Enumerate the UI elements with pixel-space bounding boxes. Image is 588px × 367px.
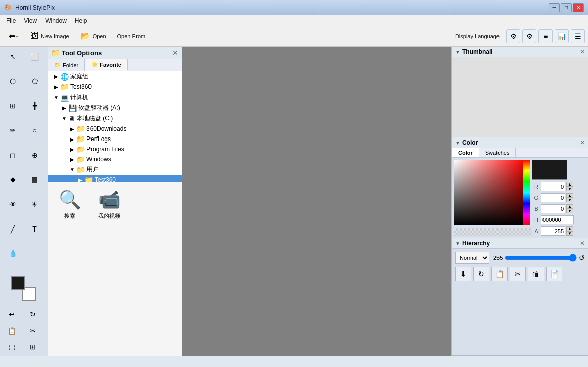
tree-item-360downloads[interactable]: ▶ 📁 360Downloads [48, 124, 182, 134]
hier-new-layer-btn[interactable]: ⬇ [455, 267, 471, 281]
toolbar-icon-1[interactable]: ⚙ [522, 29, 536, 43]
pencil-tool[interactable]: ✏ [2, 122, 23, 139]
g-input[interactable] [541, 193, 565, 202]
tree-item-computer[interactable]: ▼ 💻 计算机 [48, 92, 182, 103]
menu-file[interactable]: File [2, 16, 20, 25]
text-tool[interactable]: T [24, 221, 46, 237]
arrow-quick[interactable]: ⬅ + [3, 28, 24, 44]
tool-options-close[interactable]: ✕ [172, 49, 178, 57]
color-swatch-container[interactable] [11, 276, 36, 301]
hier-cut-btn[interactable]: ✂ [510, 267, 526, 281]
new-image-button[interactable]: 🖼 New Image [26, 30, 74, 43]
color-tab-swatches[interactable]: Swatches [479, 148, 516, 157]
refresh-tool[interactable]: ↻ [22, 306, 43, 323]
tree-item-floppy[interactable]: ▶ 💾 软盘驱动器 (A:) [48, 103, 182, 113]
toolbar-icon-4[interactable]: ☰ [571, 29, 585, 43]
a-spin-up[interactable]: ▲ [566, 226, 573, 231]
r-spinner[interactable]: ▲ ▼ [566, 182, 573, 191]
file-panel-tabs: 📁 Folder ⭐ Favorite [48, 59, 182, 71]
display-language-button[interactable]: Display Language [450, 31, 504, 41]
crop-tool[interactable]: ⊞ [2, 98, 23, 114]
measure-tool[interactable]: ╋ [24, 98, 46, 114]
open-from-button[interactable]: Open From [113, 31, 150, 41]
reset-opacity-icon[interactable]: ↺ [579, 254, 585, 262]
a-spin-down[interactable]: ▼ [566, 231, 573, 236]
tree-item-jiatingzu[interactable]: ▶ 🌐 家庭组 [48, 71, 182, 82]
thumbnail-expand-icon: ▼ [455, 49, 460, 55]
dropper-tool[interactable]: 💧 [2, 245, 23, 261]
sun-tool[interactable]: ☀ [24, 196, 46, 212]
g-spin-up[interactable]: ▲ [566, 193, 573, 198]
hier-paste-btn[interactable]: 📄 [546, 267, 562, 281]
maximize-button[interactable]: □ [561, 3, 572, 12]
rect-select-tool[interactable]: ⬜ [24, 49, 46, 65]
opacity-slider[interactable] [505, 255, 577, 261]
a-input[interactable] [541, 226, 565, 236]
thumbnail-close[interactable]: ✕ [580, 48, 585, 55]
blend-mode-select[interactable]: Normal Multiply Screen Overlay [455, 252, 489, 264]
tab-favorite[interactable]: ⭐ Favorite [85, 59, 128, 71]
hier-copy-btn[interactable]: 📋 [491, 267, 508, 281]
brush-tool[interactable]: ○ [24, 122, 46, 139]
color-picker-area[interactable] [454, 160, 530, 236]
selection-tool[interactable]: ↖ [2, 49, 23, 65]
r-spin-up[interactable]: ▲ [566, 182, 573, 187]
g-label: G: [532, 195, 540, 201]
tree-item-windows[interactable]: ▶ 📁 Windows [48, 154, 182, 164]
open-from-label: Open From [117, 33, 146, 39]
poly-lasso-tool[interactable]: ⬠ [24, 73, 46, 89]
tree-item-program-files[interactable]: ▶ 📁 Program Files [48, 144, 182, 154]
r-spin-down[interactable]: ▼ [566, 187, 573, 191]
hier-duplicate-btn[interactable]: ↻ [473, 267, 489, 281]
g-spinner[interactable]: ▲ ▼ [566, 193, 573, 202]
file-item-videos[interactable]: 📹 我的视频 [92, 187, 127, 222]
folder-tree[interactable]: ▶ 🌐 家庭组 ▶ 📁 Test360 ▼ 💻 计算机 ▶ 💾 [48, 71, 182, 182]
eraser-tool[interactable]: ◻ [2, 147, 23, 163]
tree-item-test360-selected[interactable]: ▶ 📁 Test360 [48, 175, 182, 182]
toolbar-icon-2[interactable]: ≡ [538, 29, 553, 43]
grid-tool[interactable]: ⊞ [22, 339, 43, 355]
menu-window[interactable]: Window [41, 16, 71, 25]
foreground-color-swatch[interactable] [11, 276, 25, 290]
close-button[interactable]: ✕ [573, 3, 584, 12]
settings-icon[interactable]: ⚙ [506, 29, 520, 43]
r-input[interactable] [541, 182, 565, 191]
select-tool[interactable]: ⬚ [1, 339, 22, 355]
menu-help[interactable]: Help [71, 16, 92, 25]
cut-tool[interactable]: ✂ [22, 323, 43, 339]
a-spinner[interactable]: ▲ ▼ [566, 226, 573, 236]
tree-item-test360-root[interactable]: ▶ 📁 Test360 [48, 82, 182, 92]
tool-options-header: 📁 Tool Options ✕ [48, 47, 182, 59]
b-spin-down[interactable]: ▼ [566, 209, 573, 213]
clone-tool[interactable]: ⊕ [24, 147, 46, 163]
b-spinner[interactable]: ▲ ▼ [566, 204, 573, 213]
color-tab-color[interactable]: Color [452, 148, 479, 157]
g-spin-down[interactable]: ▼ [566, 198, 573, 202]
canvas-area[interactable] [182, 47, 451, 356]
tree-item-local-disk[interactable]: ▼ 🖥 本地磁盘 (C:) [48, 113, 182, 124]
minimize-button[interactable]: ─ [549, 3, 560, 12]
menu-view[interactable]: View [20, 16, 41, 25]
tree-item-perflogs[interactable]: ▶ 📁 PerfLogs [48, 134, 182, 144]
file-item-search[interactable]: 🔍 搜索 [52, 187, 87, 222]
eye-tool[interactable]: 👁 [2, 196, 23, 212]
hex-input[interactable] [541, 215, 574, 224]
color-alpha-bar[interactable] [454, 228, 532, 236]
open-button[interactable]: 📂 Open [76, 29, 111, 43]
hier-delete-btn[interactable]: 🗑 [528, 267, 544, 281]
tab-folder[interactable]: 📁 Folder [48, 59, 85, 71]
prev-tool[interactable]: ↩ [1, 306, 22, 323]
hierarchy-close[interactable]: ✕ [580, 240, 585, 247]
line-tool[interactable]: ╱ [2, 221, 23, 237]
b-spin-up[interactable]: ▲ [566, 204, 573, 209]
pattern-tool[interactable]: ▦ [24, 171, 46, 188]
lasso-select-tool[interactable]: ⬡ [2, 73, 23, 89]
color-hue-bar[interactable] [523, 160, 530, 225]
fill-tool[interactable]: ◆ [2, 171, 23, 188]
b-input[interactable] [541, 204, 565, 213]
tree-item-users[interactable]: ▼ 📁 用户 [48, 164, 182, 175]
color-gradient[interactable] [454, 160, 525, 225]
toolbar-icon-3[interactable]: 📊 [555, 29, 569, 43]
copy-tool[interactable]: 📋 [1, 323, 22, 339]
color-panel-close[interactable]: ✕ [580, 139, 585, 146]
